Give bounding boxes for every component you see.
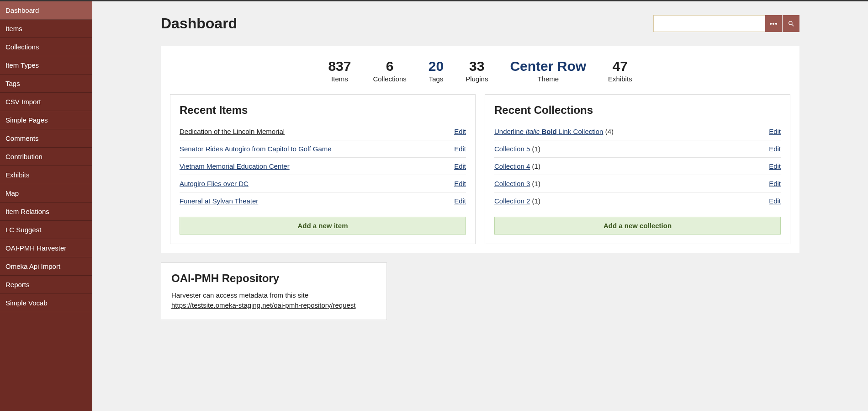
stat-label: Items bbox=[328, 75, 351, 83]
recent-items-title: Recent Items bbox=[180, 104, 466, 117]
stat-value: 20 bbox=[429, 59, 444, 73]
list-item: Vietnam Memorial Education CenterEdit bbox=[180, 158, 466, 175]
stat-value: 33 bbox=[466, 59, 488, 73]
list-item: Collection 5 (1)Edit bbox=[494, 140, 781, 158]
stat-theme[interactable]: Center RowTheme bbox=[510, 59, 586, 83]
sidebar-item-comments[interactable]: Comments bbox=[0, 129, 92, 148]
sidebar-item-oai-pmh-harvester[interactable]: OAI-PMH Harvester bbox=[0, 239, 92, 257]
list-item: Senator Rides Autogiro from Capitol to G… bbox=[180, 140, 466, 158]
item-title-link[interactable]: Autogiro Flies over DC bbox=[180, 180, 249, 187]
add-new-collection-button[interactable]: Add a new collection bbox=[494, 217, 781, 235]
edit-link[interactable]: Edit bbox=[769, 180, 781, 187]
edit-link[interactable]: Edit bbox=[769, 197, 781, 205]
sidebar-item-item-relations[interactable]: Item Relations bbox=[0, 203, 92, 221]
item-count: (1) bbox=[530, 162, 540, 170]
list-item: Dedication of the Lincoln MemorialEdit bbox=[180, 123, 466, 140]
stat-label: Plugins bbox=[466, 75, 488, 83]
stat-tags[interactable]: 20Tags bbox=[429, 59, 444, 83]
sidebar-item-simple-pages[interactable]: Simple Pages bbox=[0, 111, 92, 129]
recent-items-panel: Recent Items Dedication of the Lincoln M… bbox=[170, 94, 476, 244]
sidebar-item-dashboard[interactable]: Dashboard bbox=[0, 1, 92, 20]
sidebar: DashboardItemsCollectionsItem TypesTagsC… bbox=[0, 1, 92, 411]
sidebar-item-item-types[interactable]: Item Types bbox=[0, 56, 92, 75]
stat-label: Tags bbox=[429, 75, 444, 83]
stat-value: 47 bbox=[608, 59, 632, 73]
ellipsis-icon: ••• bbox=[770, 20, 778, 27]
collection-title-link[interactable]: Underline Italic Bold Link Collection bbox=[494, 128, 603, 135]
item-count: (1) bbox=[530, 180, 540, 187]
stat-value: 837 bbox=[328, 59, 351, 73]
edit-link[interactable]: Edit bbox=[769, 145, 781, 153]
item-count: (1) bbox=[530, 145, 540, 153]
item-title-link[interactable]: Dedication of the Lincoln Memorial bbox=[180, 128, 285, 135]
stat-collections: 6Collections bbox=[373, 59, 406, 83]
stat-plugins: 33Plugins bbox=[466, 59, 488, 83]
edit-link[interactable]: Edit bbox=[454, 197, 466, 205]
stat-label: Collections bbox=[373, 75, 406, 83]
search-input[interactable] bbox=[653, 15, 765, 32]
item-title-link[interactable]: Funeral at Sylvan Theater bbox=[180, 197, 258, 205]
sidebar-item-reports[interactable]: Reports bbox=[0, 276, 92, 294]
item-count: (4) bbox=[603, 128, 614, 135]
main-content: Dashboard ••• 837Items6Collections20Tags… bbox=[92, 1, 868, 411]
oai-panel-text: Harvester can access metadata from this … bbox=[171, 290, 376, 310]
stat-value: Center Row bbox=[510, 59, 586, 73]
edit-link[interactable]: Edit bbox=[454, 128, 466, 135]
oai-text-prefix: Harvester can access metadata from this … bbox=[171, 291, 308, 299]
sidebar-item-exhibits[interactable]: Exhibits bbox=[0, 166, 92, 184]
edit-link[interactable]: Edit bbox=[454, 145, 466, 153]
search-group: ••• bbox=[653, 15, 799, 32]
item-count: (1) bbox=[530, 197, 540, 205]
sidebar-item-map[interactable]: Map bbox=[0, 184, 92, 203]
sidebar-item-collections[interactable]: Collections bbox=[0, 38, 92, 56]
sidebar-item-csv-import[interactable]: CSV Import bbox=[0, 93, 92, 111]
search-options-button[interactable]: ••• bbox=[765, 15, 782, 32]
collection-title-link[interactable]: Collection 2 bbox=[494, 197, 530, 205]
oai-url-link[interactable]: https://testsite.omeka-staging.net/oai-p… bbox=[171, 301, 356, 309]
collection-title-link[interactable]: Collection 3 bbox=[494, 180, 530, 187]
collection-title-link[interactable]: Collection 4 bbox=[494, 162, 530, 170]
stat-exhibits: 47Exhibits bbox=[608, 59, 632, 83]
stat-label: Exhibits bbox=[608, 75, 632, 83]
collection-title-link[interactable]: Collection 5 bbox=[494, 145, 530, 153]
sidebar-item-lc-suggest[interactable]: LC Suggest bbox=[0, 221, 92, 239]
edit-link[interactable]: Edit bbox=[769, 128, 781, 135]
list-item: Underline Italic Bold Link Collection (4… bbox=[494, 123, 781, 140]
stat-label: Theme bbox=[510, 75, 586, 83]
stats-panel: 837Items6Collections20Tags33PluginsCente… bbox=[161, 46, 799, 253]
sidebar-item-items[interactable]: Items bbox=[0, 20, 92, 38]
list-item: Collection 3 (1)Edit bbox=[494, 175, 781, 192]
list-item: Collection 2 (1)Edit bbox=[494, 192, 781, 209]
recent-collections-title: Recent Collections bbox=[494, 104, 781, 117]
list-item: Autogiro Flies over DCEdit bbox=[180, 175, 466, 192]
list-item: Collection 4 (1)Edit bbox=[494, 158, 781, 175]
stat-items: 837Items bbox=[328, 59, 351, 83]
sidebar-item-omeka-api-import[interactable]: Omeka Api Import bbox=[0, 257, 92, 276]
search-icon bbox=[788, 20, 795, 27]
recent-collections-panel: Recent Collections Underline Italic Bold… bbox=[485, 94, 790, 244]
sidebar-item-contribution[interactable]: Contribution bbox=[0, 148, 92, 166]
page-title: Dashboard bbox=[161, 15, 237, 32]
sidebar-item-tags[interactable]: Tags bbox=[0, 75, 92, 93]
item-title-link[interactable]: Senator Rides Autogiro from Capitol to G… bbox=[180, 145, 332, 153]
sidebar-item-simple-vocab[interactable]: Simple Vocab bbox=[0, 294, 92, 312]
edit-link[interactable]: Edit bbox=[454, 180, 466, 187]
oai-panel-title: OAI-PMH Repository bbox=[171, 272, 376, 285]
search-submit-button[interactable] bbox=[783, 15, 799, 32]
oai-pmh-panel: OAI-PMH Repository Harvester can access … bbox=[161, 262, 387, 320]
edit-link[interactable]: Edit bbox=[769, 162, 781, 170]
stats-row: 837Items6Collections20Tags33PluginsCente… bbox=[170, 59, 790, 83]
add-new-item-button[interactable]: Add a new item bbox=[180, 217, 466, 235]
stat-value: 6 bbox=[373, 59, 406, 73]
item-title-link[interactable]: Vietnam Memorial Education Center bbox=[180, 162, 290, 170]
list-item: Funeral at Sylvan TheaterEdit bbox=[180, 192, 466, 209]
edit-link[interactable]: Edit bbox=[454, 162, 466, 170]
